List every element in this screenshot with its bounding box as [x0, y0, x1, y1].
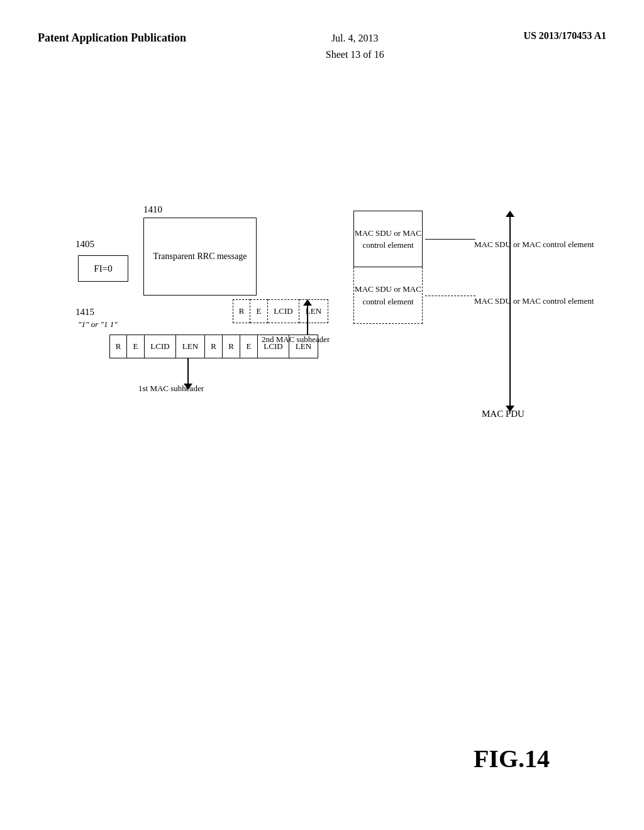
pdu-arrow-line	[509, 217, 511, 406]
sdu-label-1: MAC SDU or MAC control element	[474, 239, 594, 250]
arrow-head-up2	[303, 299, 312, 306]
sdu-text-2: MAC SDU or MAC control element	[353, 267, 423, 324]
cell-lcid1: LCID	[145, 335, 176, 358]
sdu-line-2	[425, 296, 475, 296]
mac-pdu-arrow	[506, 211, 514, 412]
cell-e2: E	[240, 335, 258, 358]
arrow-line-down1	[187, 358, 189, 384]
cell-r-d1: R	[233, 299, 250, 323]
header-center: Jul. 4, 2013 Sheet 13 of 16	[326, 30, 384, 62]
cell-e1: E	[127, 335, 145, 358]
label-1415: 1415	[75, 307, 94, 318]
label-1st-mac: 1st MAC subheader	[138, 384, 204, 394]
cell-lcid-d1: LCID	[268, 299, 299, 323]
pdu-arrow-up	[506, 211, 514, 217]
arrow-2nd-mac	[303, 299, 312, 335]
cell-r1: R	[109, 335, 127, 358]
cell-r3: R	[223, 335, 240, 358]
mac-pdu-label: MAC PDU	[482, 409, 525, 419]
sdu-box-1: MAC SDU or MAC control element MAC SDU o…	[353, 211, 423, 324]
publication-title: Patent Application Publication	[38, 30, 186, 46]
publication-date: Jul. 4, 2013	[326, 30, 384, 47]
diagram: 1405 FI=0 1410 Transparent RRC message 1…	[38, 101, 606, 780]
cell-e-d1: E	[250, 299, 268, 323]
sdu-label-2: MAC SDU or MAC control element	[474, 296, 594, 307]
label-1410: 1410	[143, 204, 162, 215]
cell-r2: R	[205, 335, 223, 358]
patent-number: US 2013/170453 A1	[523, 30, 606, 42]
cell-len1: LEN	[176, 335, 205, 358]
page-header: Patent Application Publication Jul. 4, 2…	[0, 30, 644, 62]
rrc-message-box: Transparent RRC message	[143, 218, 257, 296]
sdu-text-1: MAC SDU or MAC control element	[353, 211, 423, 267]
label-1405: 1405	[75, 239, 94, 250]
label-2nd-mac: 2nd MAC subheader	[262, 335, 330, 345]
label-1or11: "1" or "1 1"	[78, 319, 118, 329]
fi-box: FI=0	[78, 255, 128, 282]
mac-row-2: R E LCID LEN	[233, 299, 328, 323]
sdu-line-1	[425, 239, 475, 240]
sheet-number: Sheet 13 of 16	[326, 47, 384, 63]
fig-label: FIG.14	[474, 744, 550, 773]
arrow-line-up2	[307, 306, 308, 335]
